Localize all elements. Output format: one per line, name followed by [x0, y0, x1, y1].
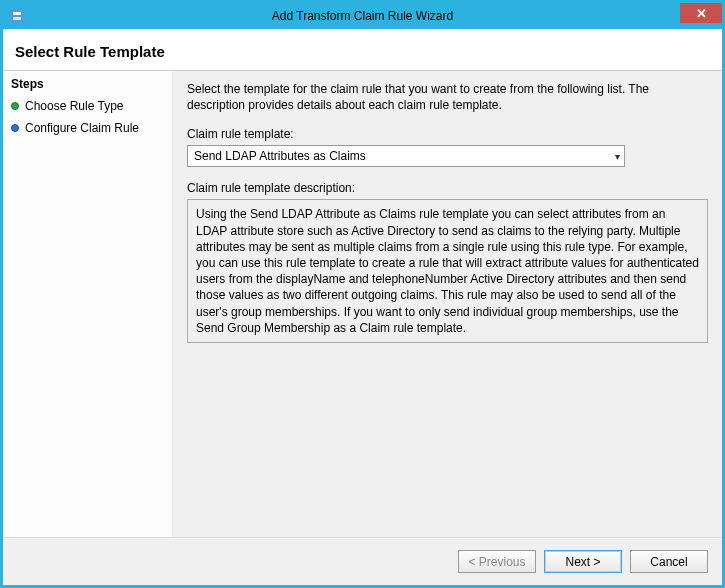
footer: < Previous Next > Cancel — [3, 537, 722, 585]
main-panel: Select the template for the claim rule t… — [173, 71, 722, 537]
page-header: Select Rule Template — [3, 29, 722, 70]
titlebar: Add Transform Claim Rule Wizard ✕ — [3, 3, 722, 29]
step-done-icon — [11, 102, 19, 110]
chevron-down-icon: ▾ — [615, 151, 620, 162]
step-label: Choose Rule Type — [25, 99, 124, 113]
svg-rect-2 — [13, 17, 21, 20]
claim-rule-template-dropdown[interactable]: Send LDAP Attributes as Claims ▾ — [187, 145, 625, 167]
app-icon — [9, 8, 25, 24]
wizard-window: Add Transform Claim Rule Wizard ✕ Select… — [0, 0, 725, 588]
steps-sidebar: Steps Choose Rule Type Configure Claim R… — [3, 71, 173, 537]
template-label: Claim rule template: — [187, 127, 708, 141]
steps-header: Steps — [3, 71, 172, 95]
body: Steps Choose Rule Type Configure Claim R… — [3, 71, 722, 537]
dropdown-selected: Send LDAP Attributes as Claims — [194, 149, 366, 163]
svg-rect-1 — [13, 12, 21, 15]
previous-button: < Previous — [458, 550, 536, 573]
page-title: Select Rule Template — [15, 43, 710, 60]
svg-rect-0 — [10, 9, 24, 23]
window-title: Add Transform Claim Rule Wizard — [3, 9, 722, 23]
close-button[interactable]: ✕ — [680, 3, 722, 23]
template-description: Using the Send LDAP Attribute as Claims … — [187, 199, 708, 343]
step-configure-claim-rule[interactable]: Configure Claim Rule — [3, 117, 172, 139]
intro-text: Select the template for the claim rule t… — [187, 81, 708, 113]
step-choose-rule-type[interactable]: Choose Rule Type — [3, 95, 172, 117]
cancel-button[interactable]: Cancel — [630, 550, 708, 573]
close-icon: ✕ — [696, 6, 707, 21]
step-label: Configure Claim Rule — [25, 121, 139, 135]
step-current-icon — [11, 124, 19, 132]
description-label: Claim rule template description: — [187, 181, 708, 195]
next-button[interactable]: Next > — [544, 550, 622, 573]
